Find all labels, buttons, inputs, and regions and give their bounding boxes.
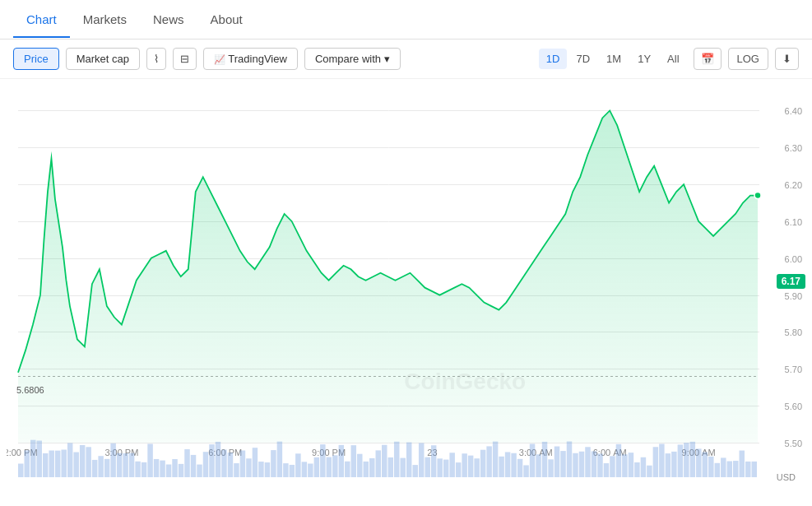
line-icon: ⌇: [154, 53, 159, 65]
calendar-button[interactable]: 📅: [694, 48, 722, 70]
calendar-icon: 📅: [701, 53, 714, 65]
download-icon: ⬇: [782, 53, 791, 65]
price-button[interactable]: Price: [13, 48, 59, 70]
line-chart-button[interactable]: ⌇: [146, 48, 166, 70]
candlestick-icon: ⊟: [180, 53, 189, 65]
period-7d[interactable]: 7D: [568, 49, 597, 69]
x-axis-unit: USD: [777, 472, 796, 482]
current-price-label: 6.17: [777, 274, 805, 289]
download-button[interactable]: ⬇: [775, 48, 799, 70]
tab-chart[interactable]: Chart: [13, 2, 70, 38]
market-cap-button[interactable]: Market cap: [66, 48, 140, 70]
period-all[interactable]: All: [660, 49, 686, 69]
price-chart: [7, 79, 805, 484]
tab-markets[interactable]: Markets: [70, 2, 140, 38]
period-1m[interactable]: 1M: [599, 49, 629, 69]
tradingview-icon: 📈: [214, 54, 225, 64]
tradingview-button[interactable]: 📈 TradingView: [203, 48, 298, 70]
nav-tabs: Chart Markets News About: [0, 0, 812, 39]
candlestick-button[interactable]: ⊟: [173, 48, 197, 70]
chevron-down-icon: ▾: [384, 53, 390, 65]
compare-dropdown[interactable]: Compare with ▾: [304, 48, 401, 70]
low-price-label: 5.6806: [16, 385, 44, 395]
chart-container: 6.17 5.6806 USD CoinGecko: [7, 79, 805, 484]
tab-news[interactable]: News: [140, 2, 197, 38]
compare-label: Compare with: [315, 53, 381, 65]
log-button[interactable]: LOG: [728, 48, 768, 70]
period-group: 1D 7D 1M 1Y All: [539, 49, 687, 69]
period-1y[interactable]: 1Y: [630, 49, 658, 69]
period-1d[interactable]: 1D: [539, 49, 568, 69]
tab-about[interactable]: About: [197, 2, 256, 38]
toolbar: Price Market cap ⌇ ⊟ 📈 TradingView Compa…: [0, 39, 812, 79]
